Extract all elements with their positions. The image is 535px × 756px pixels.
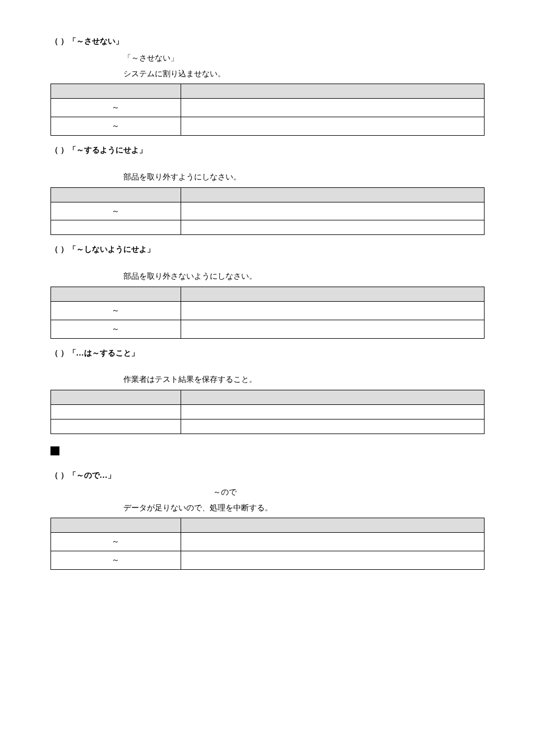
section-title: （ ）「～ので…」 [50,469,485,482]
table-header [51,287,181,301]
grammar-table: ～ ～ [50,518,485,570]
section-title: （ ）「～させない」 [50,35,485,48]
table-cell: ～ [51,99,181,117]
desc-text: 部品を取り外すようにしなさい。 [50,170,485,184]
table-cell: ～ [51,117,181,136]
section-title: （ ）「…は～すること」 [50,347,485,360]
table-header [51,187,181,202]
table-header [181,287,484,301]
table-cell [51,405,181,420]
table-header [51,390,181,405]
desc-text: システムに割り込ませない。 [50,67,485,81]
table-cell [181,551,484,570]
table-header [51,84,181,99]
table-header [181,84,484,99]
table-cell [51,220,181,235]
table-cell [181,533,484,551]
table-cell [181,420,484,434]
section-title: （ ）「～するようにせよ」 [50,144,485,157]
section-title: （ ）「～しないようにせよ」 [50,243,485,256]
table-header [181,518,484,533]
table-cell [181,320,484,338]
grammar-table: ～ ～ [50,84,485,136]
table-cell [181,220,484,235]
table-header [181,187,484,202]
table-cell [181,202,484,220]
desc-text: ～ので [50,486,485,499]
table-cell [181,117,484,136]
table-cell [51,420,181,434]
table-cell [181,301,484,320]
table-header [181,390,484,405]
table-header [51,518,181,533]
table-cell: ～ [51,533,181,551]
table-cell [181,99,484,117]
grammar-table: ～ ～ [50,287,485,339]
table-cell: ～ [51,301,181,320]
desc-text: 「～させない」 [50,52,485,65]
table-cell: ～ [51,202,181,220]
grammar-table: ～ [50,187,485,236]
desc-text: 部品を取り外さないようにしなさい。 [50,270,485,283]
table-cell [181,405,484,420]
desc-text: データが足りないので、処理を中断する。 [50,501,485,515]
grammar-table [50,390,485,434]
section-marker-icon [50,446,59,455]
table-cell: ～ [51,551,181,570]
table-cell: ～ [51,320,181,338]
desc-text: 作業者はテスト結果を保存すること。 [50,373,485,386]
